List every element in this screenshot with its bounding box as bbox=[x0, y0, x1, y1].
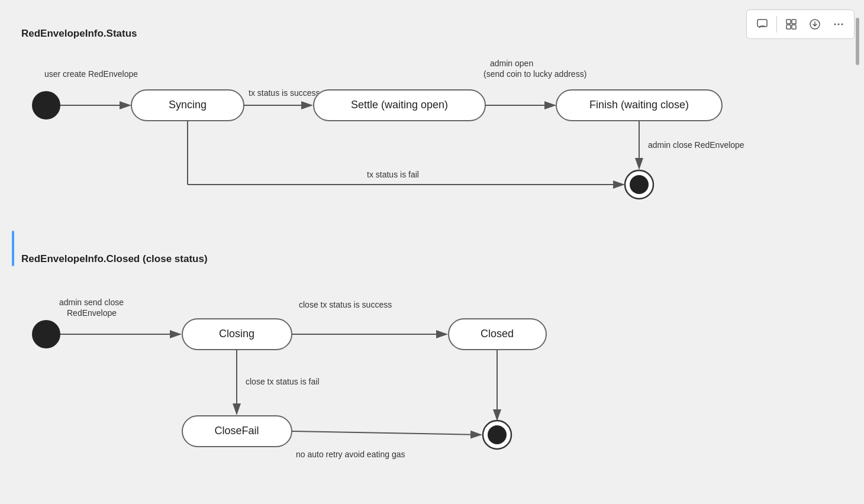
section2-title: RedEnvelopeInfo.Closed (close status) bbox=[21, 253, 208, 264]
end-node-1-inner bbox=[630, 175, 649, 194]
label-admin-close: admin close RedEnvelope bbox=[648, 140, 744, 150]
label-no-retry: no auto retry avoid eating gas bbox=[296, 450, 405, 459]
label-admin-open: admin open bbox=[490, 59, 533, 68]
label-tx-success: tx status is success bbox=[249, 88, 320, 98]
finish-label: Finish (waiting close) bbox=[589, 99, 689, 111]
diagram-svg: RedEnvelopeInfo.Status user create RedEn… bbox=[0, 0, 864, 504]
start-node-1 bbox=[32, 91, 60, 119]
label-close-success: close tx status is success bbox=[299, 300, 392, 309]
settle-label: Settle (waiting open) bbox=[351, 99, 448, 111]
label-create: user create RedEnvelope bbox=[44, 69, 138, 79]
label-send-coin: (send coin to lucky address) bbox=[483, 69, 586, 79]
section1-title: RedEnvelopeInfo.Status bbox=[21, 28, 137, 39]
main-canvas: RedEnvelopeInfo.Status user create RedEn… bbox=[0, 0, 864, 504]
syncing-label: Syncing bbox=[169, 99, 207, 111]
label-close-fail: close tx status is fail bbox=[246, 377, 320, 386]
arrow-closefail-end bbox=[292, 431, 481, 435]
label-tx-fail: tx status is fail bbox=[367, 170, 419, 179]
end-node-2-inner bbox=[488, 425, 507, 444]
label-admin-send-1: admin send close bbox=[59, 298, 124, 307]
closed-label: Closed bbox=[481, 328, 514, 340]
closefail-label: CloseFail bbox=[214, 425, 259, 437]
closing-label: Closing bbox=[219, 328, 254, 340]
label-admin-send-2: RedEnvelope bbox=[67, 308, 117, 318]
start-node-2 bbox=[32, 320, 60, 348]
